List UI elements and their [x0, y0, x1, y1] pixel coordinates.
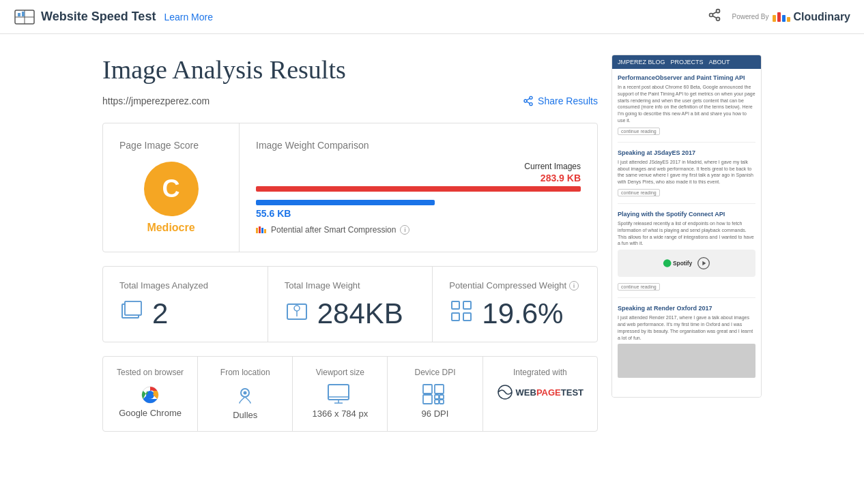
svg-text:Spotify: Spotify	[673, 260, 693, 267]
svg-line-14	[527, 98, 530, 100]
stats-row: Total Images Analyzed 2	[102, 266, 598, 342]
app-title: Website Speed Test	[41, 10, 156, 24]
svg-rect-3	[18, 13, 20, 16]
compressed-info-icon[interactable]: i	[569, 281, 579, 291]
share-results-button[interactable]: Share Results	[523, 95, 598, 106]
weight-icon	[285, 299, 309, 328]
score-circle: C	[144, 162, 199, 216]
viewport-icon	[328, 384, 352, 409]
header-left: Website Speed Test Learn More	[14, 6, 213, 28]
url-row: https://jmperezperez.com Share Results	[102, 95, 598, 106]
main-content: Image Analysis Results https://jmperezpe…	[0, 34, 864, 452]
svg-point-11	[524, 100, 527, 102]
compressed-weight-bar	[256, 200, 435, 205]
info-location-value: Dulles	[233, 410, 257, 420]
svg-point-23	[294, 306, 300, 311]
screenshot-frame: JMPEREZ BLOG PROJECTS ABOUT PerformanceO…	[611, 55, 762, 398]
nav-blog: JMPEREZ BLOG	[618, 59, 665, 65]
header: Website Speed Test Learn More Powered By	[0, 0, 864, 34]
current-weight-value: 283.9 KB	[256, 173, 581, 183]
stat-total-weight-value-row: 284KB	[285, 299, 416, 328]
score-card: Page Image Score C Mediocre	[103, 123, 240, 252]
article-2-text: I just attended JSdayES 2017 in Madrid, …	[618, 159, 755, 186]
article-3: Playing with the Spotify Connect API Spo…	[618, 211, 755, 298]
screenshot-content: PerformanceObserver and Paint Timing API…	[612, 69, 761, 397]
info-browser: Tested on browser Google Chrome	[103, 357, 198, 431]
webpagetest-logo: WEBPAGETEST	[497, 384, 584, 400]
current-weight-bar	[256, 186, 581, 192]
article-1: PerformanceObserver and Paint Timing API…	[618, 74, 755, 143]
potential-row: Potential after Smart Compression i	[256, 224, 581, 235]
score-letter: C	[162, 175, 180, 203]
stat-total-weight-number: 284KB	[317, 299, 403, 328]
article-1-link: continue reading	[618, 128, 660, 135]
info-location: From location Dulles	[198, 357, 293, 431]
svg-rect-17	[261, 228, 263, 233]
svg-rect-26	[463, 301, 471, 309]
svg-point-6	[709, 14, 712, 17]
weight-card: Image Weight Comparison Current Images 2…	[240, 123, 597, 252]
svg-point-5	[716, 10, 719, 13]
svg-point-31	[147, 392, 153, 398]
svg-rect-41	[435, 395, 439, 399]
info-icon[interactable]: i	[400, 225, 409, 235]
nav-projects: PROJECTS	[671, 59, 704, 65]
screenshot-nav: JMPEREZ BLOG PROJECTS ABOUT	[618, 59, 730, 65]
tested-url: https://jmperezperez.com	[102, 95, 210, 106]
potential-icon	[256, 224, 267, 235]
info-browser-value: Google Chrome	[119, 408, 182, 418]
info-dpi: Device DPI 96 DPI	[388, 357, 483, 431]
article-1-title: PerformanceObserver and Paint Timing API	[618, 74, 755, 81]
svg-line-8	[712, 16, 717, 18]
svg-rect-38	[423, 385, 432, 394]
cloudinary-logo: Cloudinary	[773, 11, 850, 23]
page-title: Image Analysis Results	[102, 55, 598, 85]
article-1-text: In a recent post about Chrome 60 Beta, G…	[618, 84, 755, 124]
top-cards-row: Page Image Score C Mediocre Image Weight…	[102, 123, 598, 252]
svg-line-13	[527, 102, 530, 104]
chrome-icon	[139, 384, 161, 408]
article-2: Speaking at JSdayES 2017 I just attended…	[618, 149, 755, 204]
dpi-icon	[422, 384, 447, 409]
info-viewport: Viewport size 1366 x 784 px	[293, 357, 388, 431]
svg-point-12	[530, 103, 532, 106]
article-2-link: continue reading	[618, 189, 660, 196]
spotify-embed: Spotify	[618, 250, 755, 277]
stat-total-weight: Total Image Weight 284KB	[268, 267, 433, 342]
share-icon-header[interactable]	[708, 8, 721, 25]
article-4-image	[618, 344, 755, 378]
svg-rect-16	[259, 226, 261, 233]
svg-rect-20	[125, 301, 141, 315]
cloudinary-badge: Powered By Cloudinary	[732, 11, 850, 23]
stat-total-images: Total Images Analyzed 2	[103, 267, 268, 342]
current-images-label: Current Images	[256, 162, 581, 171]
cloudinary-bars-icon	[773, 12, 790, 22]
content-layout: Image Analysis Results https://jmperezpe…	[102, 55, 762, 432]
score-label: Mediocre	[119, 222, 222, 234]
article-2-title: Speaking at JSdayES 2017	[618, 149, 755, 156]
stat-total-weight-title: Total Image Weight	[285, 280, 416, 291]
info-browser-title: Tested on browser	[117, 368, 184, 377]
screenshot-topbar: JMPEREZ BLOG PROJECTS ABOUT	[612, 55, 761, 69]
stat-compressed-weight: Potential Compressed Weight i	[433, 267, 597, 342]
svg-rect-18	[264, 229, 266, 233]
svg-rect-28	[463, 313, 471, 321]
images-icon	[119, 299, 144, 328]
svg-point-10	[530, 96, 532, 99]
info-integrated-title: Integrated with	[513, 368, 567, 377]
compressed-weight-value: 55.6 KB	[256, 208, 581, 219]
learn-more-link[interactable]: Learn More	[164, 12, 213, 23]
svg-rect-44	[440, 400, 444, 404]
svg-rect-25	[452, 301, 459, 309]
stat-total-images-value-row: 2	[119, 299, 251, 328]
info-viewport-title: Viewport size	[316, 368, 364, 377]
header-right: Powered By Cloudinary	[708, 8, 850, 25]
info-location-title: From location	[220, 368, 270, 377]
article-3-title: Playing with the Spotify Connect API	[618, 211, 755, 218]
stat-compressed-weight-title: Potential Compressed Weight i	[449, 280, 581, 291]
stat-compressed-weight-number: 19.6%	[482, 299, 563, 328]
grid-icon	[449, 299, 474, 328]
nav-about: ABOUT	[709, 59, 730, 65]
stat-total-images-number: 2	[152, 299, 168, 328]
stat-compressed-weight-value-row: 19.6%	[449, 299, 581, 328]
